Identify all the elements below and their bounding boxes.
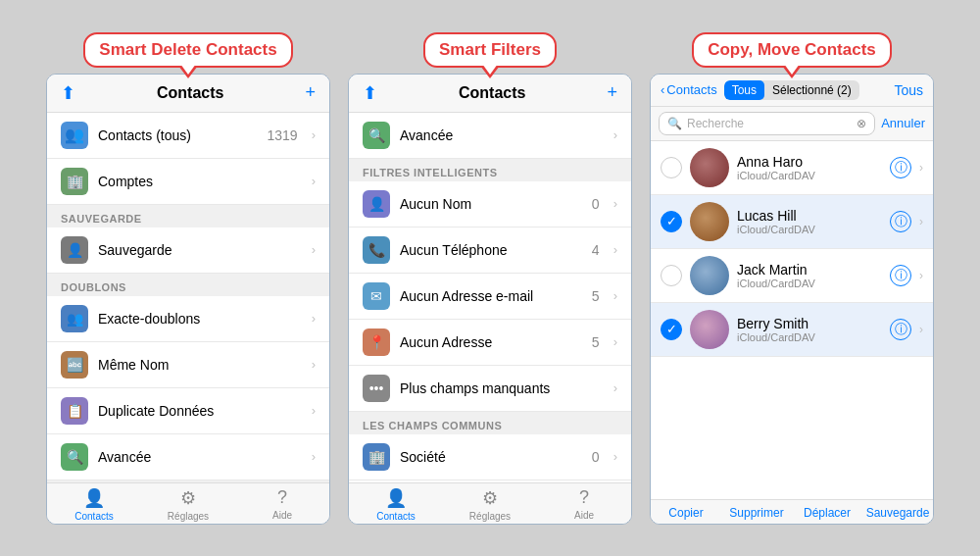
action-supprimer[interactable]: Supprimer: [721, 506, 792, 520]
p2-list-societe[interactable]: 🏢 Société 0 ›: [349, 434, 631, 480]
info-btn-berry[interactable]: ⓘ: [890, 319, 911, 340]
name-lucas: Lucas Hill: [737, 208, 882, 224]
icon-duplicate-donnees: 📋: [61, 397, 88, 425]
p2-label-societe: Société: [400, 449, 582, 465]
panel2-header: ⬆ Contacts +: [349, 75, 631, 113]
p2-section-filtres: FILTRES INTELLIGENTS: [349, 159, 631, 181]
p2-list-aucun-nom[interactable]: 👤 Aucun Nom 0 ›: [349, 181, 631, 227]
info-berry: Berry Smith iCloud/CardDAV: [737, 316, 882, 343]
info-btn-jack[interactable]: ⓘ: [890, 265, 911, 286]
section-sauvegarde: SAUVEGARDE: [47, 205, 329, 227]
p2-icon-aucun-addr: 📍: [363, 329, 390, 356]
seg-selectionne[interactable]: Sélectionné (2): [764, 80, 859, 100]
panel3-bubble: Copy, Move Contacts: [692, 32, 892, 68]
info-anna: Anna Haro iCloud/CardDAV: [737, 154, 882, 181]
list-item-contacts-all[interactable]: 👥 Contacts (tous) 1319 ›: [47, 113, 329, 159]
p2-chevron-aucun-nom: ›: [613, 196, 617, 211]
tab1-contacts-label: Contacts: [74, 511, 113, 522]
search-bar: 🔍 Recherche ⊗ Annuler: [651, 107, 933, 141]
tab2-aide[interactable]: ? Aide: [537, 487, 631, 522]
check-berry[interactable]: ✓: [661, 319, 682, 340]
check-jack[interactable]: [661, 265, 682, 286]
panel1-share-icon[interactable]: ⬆: [61, 82, 75, 104]
list-item-avancee[interactable]: 🔍 Avancée ›: [47, 434, 329, 480]
panel1-title: Contacts: [157, 84, 223, 102]
action-copier[interactable]: Copier: [651, 506, 721, 520]
p2-label-plus-champs: Plus champs manquants: [400, 380, 604, 396]
action-sauvegarde[interactable]: Sauvegarde: [862, 506, 933, 520]
label-comptes: Comptes: [98, 174, 302, 189]
check-anna[interactable]: [661, 157, 682, 178]
p2-icon-plus-champs: •••: [363, 375, 390, 402]
name-berry: Berry Smith: [737, 316, 882, 331]
panel2-screen: ⬆ Contacts + 🔍 Avancée › FILTRES INTELLI…: [348, 74, 632, 525]
chevron-berry: ›: [919, 323, 923, 336]
icon-avancee: 🔍: [61, 443, 88, 471]
action-deplacer[interactable]: Déplacer: [792, 506, 862, 520]
chevron-lucas: ›: [919, 215, 923, 228]
icon-meme-nom: 🔤: [61, 351, 88, 379]
icon-contacts-all: 👥: [61, 122, 88, 149]
seg-tous[interactable]: Tous: [724, 80, 764, 100]
list-item-duplicate-donnees[interactable]: 📋 Duplicate Données ›: [47, 388, 329, 434]
contact-row-anna[interactable]: Anna Haro iCloud/CardDAV ⓘ ›: [651, 141, 933, 195]
back-label: Contacts: [666, 82, 716, 97]
back-button[interactable]: ‹ Contacts: [661, 82, 717, 97]
p2-count-societe: 0: [592, 449, 600, 465]
p2-list-plus-champs[interactable]: ••• Plus champs manquants ›: [349, 366, 631, 412]
tab2-reglages-icon: ⚙: [482, 487, 498, 509]
tab1-reglages-icon: ⚙: [180, 487, 196, 509]
label-avancee: Avancée: [98, 449, 302, 465]
sub-lucas: iCloud/CardDAV: [737, 224, 882, 235]
list-item-p2-avancee[interactable]: 🔍 Avancée ›: [349, 113, 631, 159]
p2-label-aucun-addr: Aucun Adresse: [400, 334, 582, 350]
panel2-add-icon[interactable]: +: [607, 82, 617, 103]
list-item-exacte-doublons[interactable]: 👥 Exacte-doublons ›: [47, 296, 329, 342]
list-item-meme-nom[interactable]: 🔤 Même Nom ›: [47, 342, 329, 388]
cancel-button[interactable]: Annuler: [881, 116, 925, 130]
tab1-reglages[interactable]: ⚙ Réglages: [141, 487, 235, 522]
search-clear-icon[interactable]: ⊗: [857, 117, 866, 130]
contact-row-lucas[interactable]: ✓ Lucas Hill iCloud/CardDAV ⓘ ›: [651, 195, 933, 249]
panel1-add-icon[interactable]: +: [305, 82, 316, 103]
tab1-aide-label: Aide: [272, 510, 292, 521]
p2-label-aucun-mail: Aucun Adresse e-mail: [400, 288, 582, 304]
p2-count-aucun-addr: 5: [592, 334, 600, 350]
tous-right-button[interactable]: Tous: [894, 82, 923, 98]
contacts-list: Anna Haro iCloud/CardDAV ⓘ › ✓ Lucas Hil…: [651, 141, 933, 499]
panel1: Smart Delete Contacts ⬆ Contacts + 👥 Con…: [46, 32, 330, 525]
back-chevron-icon: ‹: [661, 82, 664, 97]
tab2-aide-icon: ?: [579, 487, 589, 508]
chevron-contacts-all: ›: [312, 127, 316, 142]
p2-chevron-aucun-addr: ›: [613, 334, 617, 349]
tab2-reglages-label: Réglages: [469, 511, 511, 522]
panel2-share-icon[interactable]: ⬆: [363, 82, 377, 104]
list-item-sauvegarde[interactable]: 👤 Sauvegarde ›: [47, 227, 329, 274]
contact-row-jack[interactable]: Jack Martin iCloud/CardDAV ⓘ ›: [651, 249, 933, 303]
info-btn-anna[interactable]: ⓘ: [890, 157, 911, 178]
p2-count-aucun-nom: 0: [592, 196, 600, 212]
tab1-contacts-icon: 👤: [83, 487, 105, 509]
panel1-bubble: Smart Delete Contacts: [83, 32, 292, 68]
p2-label-aucun-nom: Aucun Nom: [400, 196, 582, 212]
contact-row-berry[interactable]: ✓ Berry Smith iCloud/CardDAV ⓘ ›: [651, 303, 933, 357]
label-p2-avancee: Avancée: [400, 127, 604, 143]
p2-list-aucun-tel[interactable]: 📞 Aucun Téléphone 4 ›: [349, 227, 631, 274]
list-item-comptes[interactable]: 🏢 Comptes ›: [47, 159, 329, 205]
chevron-duplicate-donnees: ›: [312, 403, 316, 418]
tab2-contacts[interactable]: 👤 Contacts: [349, 487, 443, 522]
tab1-contacts[interactable]: 👤 Contacts: [47, 487, 141, 522]
p2-list-aucun-mail[interactable]: ✉ Aucun Adresse e-mail 5 ›: [349, 274, 631, 320]
p2-count-aucun-tel: 4: [592, 242, 600, 258]
info-btn-lucas[interactable]: ⓘ: [890, 211, 911, 232]
tab1-aide[interactable]: ? Aide: [235, 487, 329, 522]
check-lucas[interactable]: ✓: [661, 211, 682, 232]
search-box[interactable]: 🔍 Recherche ⊗: [659, 112, 875, 135]
panel1-scroll: 👥 Contacts (tous) 1319 › 🏢 Comptes › SAU…: [47, 113, 329, 482]
p2-list-aucun-addr[interactable]: 📍 Aucun Adresse 5 ›: [349, 320, 631, 366]
chevron-jack: ›: [919, 269, 923, 282]
chevron-exacte-doublons: ›: [312, 311, 316, 326]
p2-icon-societe: 🏢: [363, 443, 390, 471]
tab2-reglages[interactable]: ⚙ Réglages: [443, 487, 537, 522]
tab2-contacts-label: Contacts: [376, 511, 415, 522]
